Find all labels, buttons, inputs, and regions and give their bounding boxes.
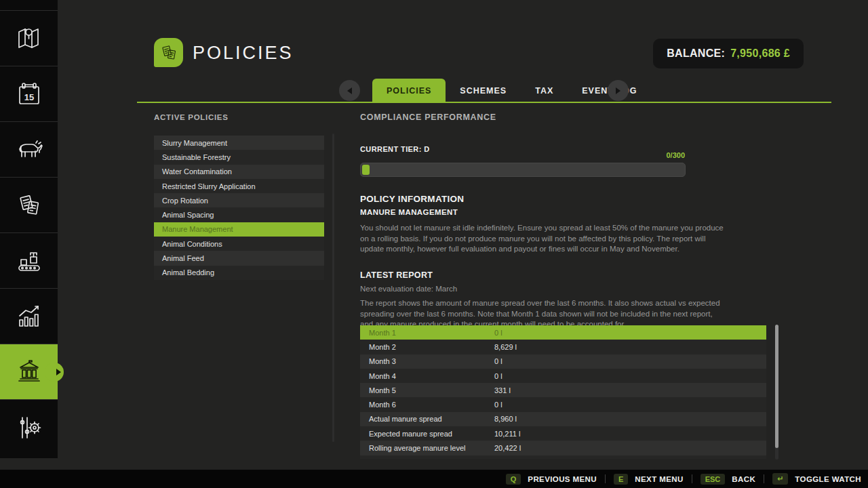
- report-table-row[interactable]: Actual manure spread 8,960 l: [360, 412, 766, 426]
- report-row-value: 8,629 l: [494, 343, 517, 351]
- sidebar-item-contracts[interactable]: [0, 177, 58, 232]
- report-row-label: Rating: [360, 458, 494, 459]
- policy-list-item[interactable]: Animal Conditions: [154, 237, 324, 251]
- contracts-icon: [13, 189, 45, 222]
- sidebar-item-production[interactable]: [0, 232, 58, 288]
- compliance-heading: COMPLIANCE PERFORMANCE: [360, 113, 496, 122]
- enter-key-icon: ↵: [772, 473, 788, 485]
- hint-divider: [764, 474, 764, 483]
- balance-value: 7,950,686 £: [730, 47, 790, 60]
- policy-list-item[interactable]: Restricted Slurry Application: [154, 179, 324, 193]
- sidebar-item-settings[interactable]: [0, 399, 58, 455]
- report-row-label: Actual manure spread: [360, 415, 494, 423]
- compliance-score: 0/300: [610, 151, 685, 159]
- table-scrollbar-track[interactable]: [775, 325, 778, 460]
- report-row-value: 0 l: [494, 329, 502, 337]
- sidebar-item-map[interactable]: [0, 10, 58, 66]
- policy-list-item[interactable]: Animal Spacing: [154, 207, 324, 222]
- report-row-label: Month 3: [360, 357, 494, 365]
- input-hint[interactable]: ESC BACK: [701, 474, 755, 485]
- report-table-row[interactable]: Month 5 331 l: [360, 383, 766, 397]
- report-table-row[interactable]: Month 2 8,629 l: [360, 340, 766, 354]
- next-tab-button[interactable]: [608, 80, 629, 101]
- policies-app-icon: [154, 38, 183, 67]
- policy-list-item[interactable]: Crop Rotation: [154, 193, 324, 207]
- report-row-value: 331 l: [494, 386, 511, 394]
- q-key: Q: [506, 474, 521, 485]
- policy-list-item[interactable]: Animal Bedding: [154, 266, 324, 280]
- report-row-value: 0 l: [494, 357, 502, 365]
- prev-tab-button[interactable]: [339, 80, 360, 101]
- latest-report-heading: LATEST REPORT: [360, 270, 433, 280]
- report-row-label: Rolling average manure level: [360, 444, 494, 452]
- report-row-label: Expected manure spread: [360, 430, 494, 438]
- input-hints-bar: Q PREVIOUS MENU E NEXT MENU ESC BACK ↵ T…: [0, 470, 868, 488]
- sidebar-item-partial: [0, 0, 58, 10]
- production-icon: [13, 245, 45, 277]
- policy-list-item[interactable]: Water Contamination: [154, 165, 324, 179]
- policy-list-item[interactable]: Slurry Management: [154, 136, 324, 150]
- finances-icon: [13, 356, 45, 388]
- report-row-label: Month 6: [360, 401, 494, 409]
- tab-policies[interactable]: POLICIES: [372, 79, 446, 103]
- report-row-label: Month 2: [360, 343, 494, 351]
- report-table-row[interactable]: Month 6 0 l: [360, 397, 766, 411]
- hint-label: NEXT MENU: [635, 475, 683, 483]
- policy-description: You should not let manure sit idle indef…: [360, 223, 724, 255]
- balance-label: BALANCE:: [667, 47, 725, 60]
- current-tier-label: CURRENT TIER: D: [360, 145, 430, 153]
- page-title: POLICIES: [193, 43, 294, 64]
- policy-list-item[interactable]: Sustainable Forestry: [154, 150, 324, 164]
- hint-divider: [692, 474, 692, 483]
- hint-divider: [605, 474, 606, 483]
- tab-bar: POLICIESSCHEMESTAXEVENT LOG: [0, 79, 868, 103]
- policy-info-heading: POLICY INFORMATION: [360, 194, 464, 204]
- tab-schemes[interactable]: SCHEMES: [446, 79, 521, 103]
- report-row-value: 20,422 l: [494, 444, 521, 452]
- table-scrollbar-thumb[interactable]: [775, 325, 778, 448]
- tab-tax[interactable]: TAX: [521, 79, 568, 103]
- sidebar-item-statistics[interactable]: [0, 288, 58, 344]
- balance-display: BALANCE: 7,950,686 £: [653, 39, 804, 68]
- hint-label: BACK: [732, 475, 755, 483]
- report-table-row[interactable]: Rating -: [360, 455, 766, 459]
- report-table-row[interactable]: Expected manure spread 10,211 l: [360, 426, 766, 441]
- hint-label: PREVIOUS MENU: [528, 475, 597, 483]
- tab-underline: [137, 102, 831, 103]
- report-row-label: Month 5: [360, 386, 494, 394]
- report-row-label: Month 1: [360, 329, 494, 337]
- compliance-progress-bar: [360, 163, 686, 177]
- active-policies-heading: ACTIVE POLICIES: [154, 113, 229, 121]
- sidebar-item-animals[interactable]: [0, 121, 58, 177]
- report-row-value: -: [494, 458, 497, 459]
- input-hint[interactable]: E NEXT MENU: [614, 474, 684, 485]
- e-key: E: [614, 474, 628, 485]
- next-evaluation-date: Next evaluation date: March: [360, 284, 724, 295]
- hint-label: TOGGLE WATCH: [795, 475, 861, 483]
- input-hint[interactable]: ↵ TOGGLE WATCH: [772, 473, 861, 485]
- policy-list-item[interactable]: Animal Feed: [154, 251, 324, 265]
- report-row-value: 8,960 l: [494, 415, 517, 423]
- report-row-value: 0 l: [494, 372, 502, 380]
- documents-icon: [157, 41, 180, 64]
- report-row-label: Month 4: [360, 372, 494, 380]
- chevron-left-icon: [347, 87, 352, 94]
- panel-scrollbar-track[interactable]: [332, 134, 334, 442]
- animals-icon: [13, 134, 45, 166]
- compliance-progress-fill: [362, 165, 370, 175]
- input-hint[interactable]: Q PREVIOUS MENU: [506, 474, 597, 485]
- report-table-row[interactable]: Month 1 0 l: [360, 325, 766, 340]
- map-icon: [13, 22, 45, 55]
- statistics-icon: [13, 300, 45, 333]
- report-table-row[interactable]: Rolling average manure level 20,422 l: [360, 441, 766, 455]
- report-table-row[interactable]: Month 4 0 l: [360, 369, 766, 383]
- report-row-value: 10,211 l: [494, 430, 520, 438]
- settings-icon: [13, 411, 45, 444]
- chevron-right-icon: [616, 87, 620, 94]
- active-policies-list: Slurry ManagementSustainable ForestryWat…: [154, 136, 324, 280]
- report-table-row[interactable]: Month 3 0 l: [360, 354, 766, 369]
- sidebar-item-finances[interactable]: [0, 344, 58, 399]
- policy-list-item[interactable]: Manure Management: [154, 222, 324, 237]
- policy-name-heading: MANURE MANAGEMENT: [360, 208, 458, 216]
- report-table: Month 1 0 l Month 2 8,629 l Month 3 0 l …: [360, 325, 766, 459]
